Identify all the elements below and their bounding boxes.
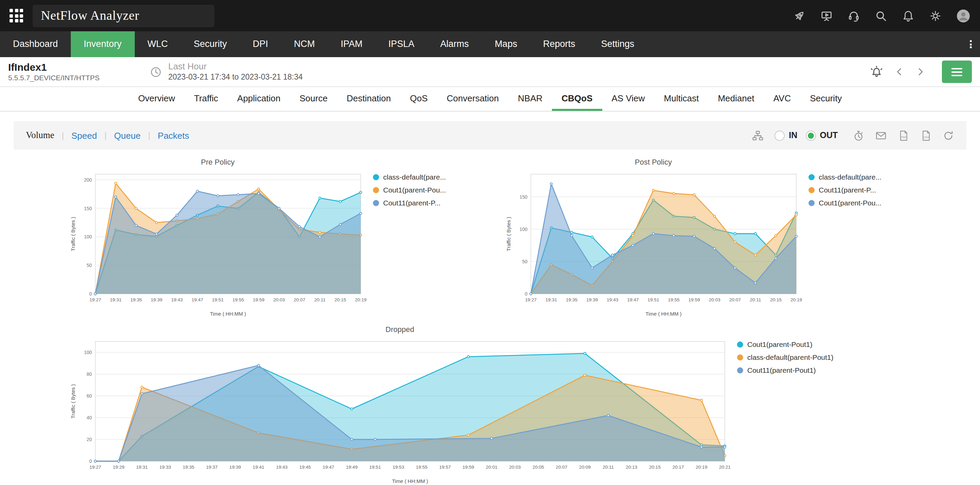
- notifications-icon[interactable]: [902, 9, 915, 22]
- charts-row-top: Pre Policy05010015020019:2719:3119:3519:…: [0, 158, 980, 321]
- tab-overview[interactable]: Overview: [129, 87, 185, 111]
- nav-item-maps[interactable]: Maps: [482, 31, 530, 57]
- csv-export-icon[interactable]: CSV: [920, 130, 932, 141]
- legend-item[interactable]: Cout11(parent-P...: [373, 199, 446, 207]
- svg-text:150: 150: [520, 194, 528, 200]
- alarm-icon[interactable]: [870, 65, 883, 79]
- device-path: 5.5.5.7_DEVICE/INT/HTTPS: [8, 73, 99, 82]
- svg-text:20:19: 20:19: [355, 297, 366, 302]
- tab-conversation[interactable]: Conversation: [437, 87, 508, 111]
- view-volume[interactable]: Volume: [26, 130, 54, 141]
- search-icon[interactable]: [875, 9, 888, 22]
- legend-dot: [808, 174, 815, 180]
- svg-text:20:07: 20:07: [729, 297, 741, 302]
- svg-text:20:03: 20:03: [509, 464, 520, 470]
- menu-button[interactable]: [942, 60, 972, 83]
- legend-dot: [737, 367, 743, 373]
- legend-item[interactable]: Cout11(parent-Pout1): [737, 366, 833, 374]
- nav-item-ipam[interactable]: IPAM: [328, 31, 375, 57]
- support-icon[interactable]: [847, 9, 860, 22]
- chart-dropped: Dropped02040608010019:2719:2919:3119:331…: [68, 325, 833, 485]
- stopwatch-icon[interactable]: [853, 130, 864, 141]
- view-queue[interactable]: Queue: [114, 130, 140, 140]
- legend-item[interactable]: class-default(pare...: [373, 173, 446, 181]
- legend-item[interactable]: Cout1(parent-Pou...: [373, 186, 446, 194]
- legend-item[interactable]: Cout1(parent-Pou...: [808, 199, 881, 207]
- svg-text:20:11: 20:11: [314, 297, 325, 302]
- svg-text:19:55: 19:55: [232, 297, 244, 302]
- tab-cbqos[interactable]: CBQoS: [552, 87, 602, 111]
- time-period[interactable]: Last Hour 2023-03-21 17:34 to 2023-03-21…: [150, 61, 302, 82]
- svg-text:19:37: 19:37: [206, 464, 218, 470]
- tab-avc[interactable]: AVC: [764, 87, 801, 111]
- svg-text:19:59: 19:59: [463, 464, 474, 470]
- tab-medianet[interactable]: Medianet: [708, 87, 764, 111]
- view-speed[interactable]: Speed: [72, 130, 97, 140]
- legend-item[interactable]: class-default(pare...: [808, 173, 881, 181]
- out-label[interactable]: OUT: [820, 130, 838, 140]
- nav-item-inventory[interactable]: Inventory: [71, 31, 134, 57]
- nav-item-settings[interactable]: Settings: [588, 31, 647, 57]
- svg-text:19:59: 19:59: [253, 297, 264, 302]
- svg-text:20: 20: [86, 437, 92, 442]
- tab-security[interactable]: Security: [800, 87, 851, 111]
- svg-text:150: 150: [84, 206, 92, 211]
- mail-icon[interactable]: [875, 130, 887, 141]
- radio-in[interactable]: [775, 130, 785, 140]
- legend-dot: [808, 187, 815, 193]
- svg-text:20:15: 20:15: [770, 297, 782, 302]
- svg-text:19:31: 19:31: [136, 464, 148, 470]
- svg-text:0: 0: [89, 458, 92, 464]
- chart-title: Post Policy: [504, 158, 803, 166]
- svg-text:20:03: 20:03: [273, 297, 285, 302]
- tab-source[interactable]: Source: [290, 87, 337, 111]
- nav-more-icon[interactable]: [962, 31, 980, 57]
- tab-as-view[interactable]: AS View: [602, 87, 654, 111]
- refresh-icon[interactable]: [943, 130, 954, 141]
- topbar: NetFlow Analyzer: [0, 0, 980, 31]
- tab-qos[interactable]: QoS: [401, 87, 437, 111]
- nav-item-ncm[interactable]: NCM: [281, 31, 328, 57]
- rocket-icon[interactable]: [793, 9, 806, 22]
- radio-out[interactable]: [805, 130, 816, 140]
- tab-multicast[interactable]: Multicast: [654, 87, 708, 111]
- view-packets[interactable]: Packets: [158, 130, 189, 140]
- tab-application[interactable]: Application: [228, 87, 290, 111]
- legend-item[interactable]: Cout11(parent-P...: [808, 186, 881, 194]
- svg-text:19:55: 19:55: [668, 297, 679, 302]
- legend-dot: [737, 354, 743, 360]
- legend-item[interactable]: Cout1(parent-Pout1): [737, 340, 833, 348]
- svg-text:20:05: 20:05: [533, 464, 544, 470]
- tab-nbar[interactable]: NBAR: [508, 87, 552, 111]
- nav-item-alarms[interactable]: Alarms: [427, 31, 482, 57]
- in-label[interactable]: IN: [789, 130, 797, 140]
- direction-toggle: IN OUT: [775, 130, 842, 140]
- nav-item-wlc[interactable]: WLC: [134, 31, 181, 57]
- apps-grid-icon[interactable]: [10, 9, 23, 22]
- nav-item-ipsla[interactable]: IPSLA: [375, 31, 427, 57]
- svg-text:40: 40: [86, 415, 92, 420]
- sitemap-icon[interactable]: [752, 130, 764, 141]
- nav-item-security[interactable]: Security: [181, 31, 240, 57]
- svg-text:80: 80: [86, 371, 92, 377]
- svg-text:100: 100: [84, 234, 92, 239]
- nav-item-reports[interactable]: Reports: [530, 31, 588, 57]
- avatar[interactable]: [956, 8, 970, 23]
- tab-destination[interactable]: Destination: [337, 87, 401, 111]
- nav-item-dpi[interactable]: DPI: [240, 31, 281, 57]
- pdf-export-icon[interactable]: PDF: [898, 130, 909, 141]
- presentation-icon[interactable]: [820, 9, 833, 22]
- svg-text:19:53: 19:53: [393, 464, 404, 470]
- subheader-actions: [870, 60, 972, 83]
- legend-item[interactable]: class-default(parent-Pout1): [737, 353, 833, 361]
- svg-text:19:57: 19:57: [439, 464, 451, 470]
- settings-icon[interactable]: [929, 9, 942, 22]
- svg-text:100: 100: [520, 226, 528, 232]
- svg-text:20:09: 20:09: [579, 464, 591, 470]
- svg-text:200: 200: [84, 177, 92, 183]
- legend-label: class-default(pare...: [819, 173, 881, 181]
- tab-traffic[interactable]: Traffic: [185, 87, 228, 111]
- chevron-left-icon[interactable]: [894, 67, 904, 77]
- nav-item-dashboard[interactable]: Dashboard: [0, 31, 71, 57]
- chevron-right-icon[interactable]: [915, 67, 926, 77]
